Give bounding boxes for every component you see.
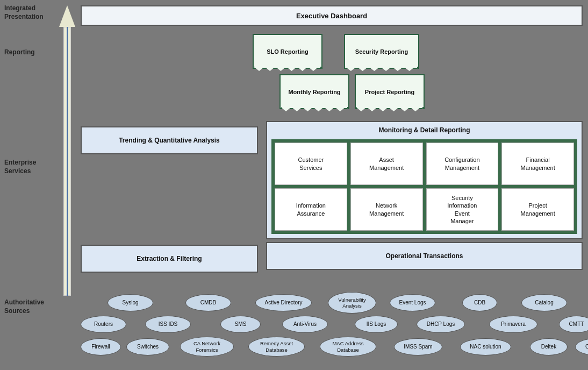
security-reporting-label: Security Reporting (355, 48, 408, 55)
oval-firewall: Firewall (81, 338, 121, 355)
oval-nac-solution: NAC solution (460, 338, 511, 355)
oval-costpoint: Costpoint (575, 338, 588, 355)
oval-switches: Switches (126, 338, 169, 355)
project-reporting-label: Project Reporting (365, 89, 414, 95)
service-card-customer: CustomerServices (275, 143, 347, 185)
tqa-label: Trending & Quantitative Analysis (119, 137, 220, 144)
service-cards-grid: CustomerServices AssetManagement Configu… (271, 139, 577, 234)
label-authoritative: AuthoritativeSources (4, 298, 44, 315)
label-integrated: IntegratedPresentation (4, 4, 44, 21)
mdr-title: Monitoring & Detail Reporting (267, 126, 582, 134)
oval-dhcp-logs: DHCP Logs (417, 316, 465, 333)
ot-box: Operational Transactions (266, 242, 583, 270)
oval-iis-logs: IIS Logs (355, 316, 398, 333)
monthly-reporting-box: Monthly Reporting (279, 74, 349, 109)
slo-reporting-label: SLO Reporting (267, 48, 309, 55)
oval-mac-address: MAC AddressDatabase (320, 337, 376, 357)
oval-remedy: Remedy AssetDatabase (248, 337, 305, 357)
service-card-configuration: ConfigurationManagement (426, 143, 499, 185)
oval-catalog: Catalog (521, 294, 567, 311)
main-content: Executive Dashboard SLO Reporting Securi… (78, 3, 585, 367)
exec-dashboard-label: Executive Dashboard (296, 12, 367, 20)
oval-primavera: Primavera (489, 316, 537, 333)
oval-antivirus: Anti-Virus (282, 316, 328, 333)
service-card-network: NetworkManagement (350, 188, 423, 231)
ef-label: Extraction & Filtering (137, 255, 202, 262)
service-card-information: InformationAssurance (275, 188, 347, 231)
exec-dashboard-box: Executive Dashboard (81, 5, 583, 26)
auth-section: Syslog CMDB Active Directory Vulnerabili… (81, 292, 583, 365)
mdr-outer-box: Monitoring & Detail Reporting CustomerSe… (266, 121, 583, 239)
slo-reporting-box: SLO Reporting (253, 34, 322, 69)
oval-sms: SMS (220, 316, 261, 333)
service-card-financial: FinancialManagement (501, 143, 574, 185)
oval-routers: Routers (81, 316, 126, 333)
monthly-reporting-label: Monthly Reporting (288, 89, 340, 95)
oval-cdb: CDB (462, 294, 497, 311)
oval-cmtt: CMTT (559, 316, 588, 333)
oval-ca-network: CA NetworkForensics (180, 337, 234, 357)
label-reporting: Reporting (4, 48, 35, 56)
service-card-security: SecurityInformationEventManager (426, 188, 499, 231)
oval-deltek: Deltek (530, 338, 568, 355)
oval-cmdb: CMDB (185, 294, 231, 311)
reporting-section: SLO Reporting Security Reporting Monthly… (81, 34, 583, 117)
service-card-project: ProjectManagement (501, 188, 574, 231)
project-reporting-box: Project Reporting (355, 74, 425, 109)
oval-syslog: Syslog (107, 294, 153, 311)
service-card-asset: AssetManagement (350, 143, 423, 185)
ot-label: Operational Transactions (385, 252, 463, 260)
security-reporting-box: Security Reporting (344, 34, 419, 69)
oval-active-directory: Active Directory (255, 294, 312, 311)
ef-box: Extraction & Filtering (81, 245, 258, 273)
oval-vulnerability: VulnerabilityAnalysis (328, 292, 376, 314)
tqa-box: Trending & Quantitative Analysis (81, 126, 258, 154)
upward-arrow (59, 5, 75, 296)
enterprise-section: Trending & Quantitative Analysis Monitor… (81, 121, 583, 269)
label-enterprise: EnterpriseServices (4, 159, 36, 175)
oval-imss-spam: IMSS Spam (394, 338, 442, 355)
oval-event-logs: Event Logs (390, 294, 435, 311)
oval-iss-ids: ISS IDS (145, 316, 191, 333)
oval-container: Syslog CMDB Active Directory Vulnerabili… (81, 292, 583, 365)
